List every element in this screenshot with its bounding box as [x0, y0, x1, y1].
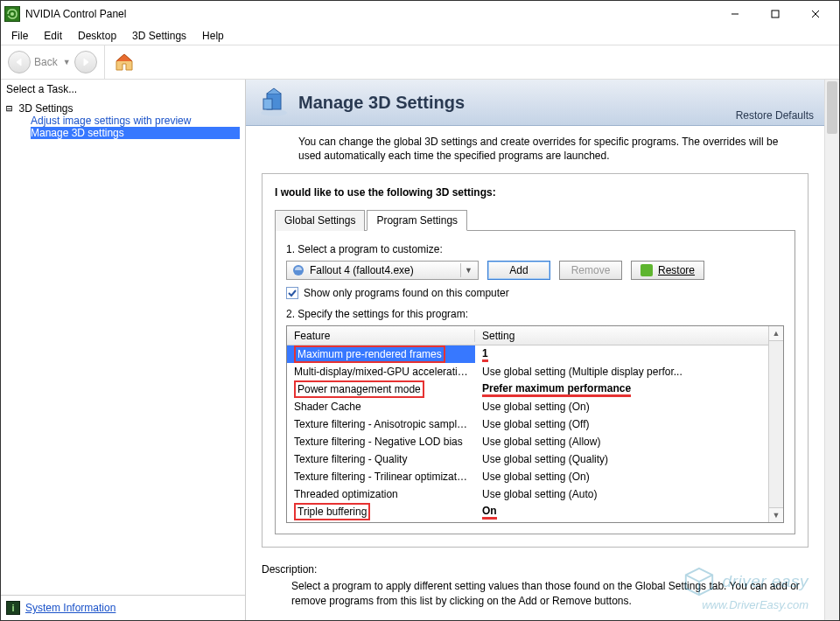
- main-panel: Manage 3D Settings Restore Defaults You …: [246, 80, 839, 620]
- group-title: I would like to use the following 3D set…: [275, 186, 795, 199]
- maximize-button[interactable]: [755, 1, 795, 27]
- settings-group: I would like to use the following 3D set…: [262, 173, 808, 548]
- cell-feature: Texture filtering - Negative LOD bias: [287, 436, 475, 448]
- cell-setting[interactable]: Use global setting (Allow): [475, 436, 768, 448]
- body: Select a Task... ⊟ 3D Settings Adjust im…: [1, 80, 839, 620]
- tree-item-manage-3d[interactable]: Manage 3D settings: [31, 127, 240, 139]
- tab-global-settings[interactable]: Global Settings: [275, 210, 365, 231]
- task-tree: ⊟ 3D Settings Adjust image settings with…: [1, 99, 245, 595]
- remove-button[interactable]: Remove: [559, 261, 622, 280]
- page-header: Manage 3D Settings Restore Defaults: [246, 80, 824, 126]
- cell-setting[interactable]: Use global setting (Quality): [475, 453, 768, 465]
- menu-3d-settings[interactable]: 3D Settings: [125, 28, 193, 44]
- step1-label: 1. Select a program to customize:: [286, 243, 784, 255]
- info-icon: i: [6, 601, 20, 615]
- cell-setting[interactable]: Prefer maximum performance: [475, 382, 768, 397]
- program-icon: [292, 264, 304, 276]
- col-setting[interactable]: Setting: [475, 330, 768, 342]
- cell-feature: Shader Cache: [287, 401, 475, 413]
- description-title: Description:: [262, 563, 808, 576]
- chevron-down-icon[interactable]: ▼: [460, 263, 476, 277]
- table-row[interactable]: Texture filtering - Anisotropic sample o…: [287, 415, 768, 433]
- cell-setting[interactable]: 1: [475, 347, 768, 362]
- main-content: Manage 3D Settings Restore Defaults You …: [246, 80, 824, 620]
- menu-file[interactable]: File: [4, 28, 35, 44]
- scroll-down-icon[interactable]: ▼: [769, 507, 783, 522]
- show-only-checkbox[interactable]: [286, 287, 298, 299]
- program-selected-label: Fallout 4 (fallout4.exe): [310, 264, 414, 276]
- sidebar: Select a Task... ⊟ 3D Settings Adjust im…: [1, 80, 246, 620]
- cell-setting[interactable]: Use global setting (Multiple display per…: [475, 366, 768, 378]
- cell-setting[interactable]: Use global setting (Auto): [475, 488, 768, 500]
- cell-setting[interactable]: Use global setting (Off): [475, 418, 768, 430]
- tab-body: 1. Select a program to customize: Fallou…: [275, 231, 795, 534]
- table-row[interactable]: Multi-display/mixed-GPU accelerationUse …: [287, 363, 768, 380]
- sysinfo-label[interactable]: System Information: [25, 602, 116, 614]
- tree-root-3d-settings[interactable]: ⊟ 3D Settings: [6, 102, 240, 115]
- titlebar: NVIDIA Control Panel: [1, 1, 839, 27]
- page-intro: You can change the global 3D settings an…: [246, 126, 824, 173]
- cell-feature: Texture filtering - Quality: [287, 453, 475, 465]
- table-row[interactable]: Triple bufferingOn: [287, 503, 768, 520]
- restore-defaults-link[interactable]: Restore Defaults: [736, 109, 814, 122]
- add-button[interactable]: Add: [487, 261, 550, 280]
- system-information-link[interactable]: i System Information: [1, 595, 245, 620]
- menu-desktop[interactable]: Desktop: [71, 28, 123, 44]
- close-button[interactable]: [795, 1, 836, 27]
- table-row[interactable]: Texture filtering - QualityUse global se…: [287, 450, 768, 468]
- scroll-up-icon[interactable]: ▲: [769, 326, 783, 341]
- chevron-down-icon[interactable]: ▼: [63, 58, 71, 66]
- svg-rect-7: [263, 99, 272, 109]
- window-root: NVIDIA Control Panel File Edit Desktop 3…: [0, 0, 840, 621]
- step2-label: 2. Specify the settings for this program…: [286, 308, 784, 320]
- scrollbar-thumb[interactable]: [827, 81, 837, 134]
- cell-feature: Multi-display/mixed-GPU acceleration: [287, 366, 475, 378]
- table-body: Maximum pre-rendered frames1Multi-displa…: [287, 345, 768, 520]
- window-controls: [715, 1, 836, 27]
- restore-button-label: Restore: [658, 264, 695, 276]
- svg-point-0: [10, 12, 14, 16]
- program-select[interactable]: Fallout 4 (fallout4.exe) ▼: [286, 261, 479, 280]
- cell-setting[interactable]: Use global setting (On): [475, 471, 768, 483]
- app-icon: [4, 6, 20, 22]
- cell-setting[interactable]: Use global setting (On): [475, 401, 768, 413]
- cell-feature: Maximum pre-rendered frames: [287, 345, 475, 363]
- tree-collapse-icon[interactable]: ⊟: [6, 102, 18, 115]
- cell-feature: Threaded optimization: [287, 488, 475, 500]
- description-section: Description: Select a program to apply d…: [246, 556, 824, 614]
- table-row[interactable]: Texture filtering - Negative LOD biasUse…: [287, 433, 768, 450]
- table-row[interactable]: Texture filtering - Trilinear optimizati…: [287, 468, 768, 485]
- col-feature[interactable]: Feature: [287, 330, 475, 342]
- cell-setting[interactable]: On: [475, 505, 768, 520]
- cell-feature: Texture filtering - Anisotropic sample o…: [287, 418, 475, 430]
- table-header: Feature Setting: [287, 326, 768, 345]
- minimize-button[interactable]: [715, 1, 755, 27]
- tree-item-adjust-image[interactable]: Adjust image settings with preview: [31, 115, 240, 127]
- page-title: Manage 3D Settings: [298, 93, 465, 113]
- main-scrollbar[interactable]: [824, 80, 839, 620]
- toolbar: Back ▼: [1, 45, 839, 80]
- home-button[interactable]: [112, 50, 136, 74]
- tabs: Global Settings Program Settings: [275, 209, 795, 231]
- table-row[interactable]: Maximum pre-rendered frames1: [287, 345, 768, 363]
- nav-forward-button[interactable]: [74, 51, 97, 73]
- cell-feature: Texture filtering - Trilinear optimizati…: [287, 471, 475, 483]
- show-only-checkbox-row: Show only programs found on this compute…: [286, 287, 784, 299]
- show-only-label: Show only programs found on this compute…: [304, 287, 509, 299]
- svg-rect-2: [772, 10, 779, 17]
- table-scrollbar[interactable]: ▲ ▼: [768, 326, 783, 522]
- restore-button[interactable]: Restore: [631, 261, 704, 280]
- nav-back-button[interactable]: [8, 51, 31, 73]
- table-row[interactable]: Threaded optimizationUse global setting …: [287, 485, 768, 503]
- menu-help[interactable]: Help: [195, 28, 231, 44]
- menu-edit[interactable]: Edit: [37, 28, 69, 44]
- cell-feature: Power management mode: [287, 380, 475, 398]
- svg-point-5: [261, 109, 287, 116]
- table-row[interactable]: Shader CacheUse global setting (On): [287, 398, 768, 415]
- table-row[interactable]: Power management modePrefer maximum perf…: [287, 380, 768, 398]
- cell-feature: Triple buffering: [287, 503, 475, 520]
- description-body: Select a program to apply different sett…: [262, 579, 808, 607]
- menubar: File Edit Desktop 3D Settings Help: [1, 27, 839, 45]
- page-header-icon: [258, 87, 290, 118]
- tab-program-settings[interactable]: Program Settings: [367, 210, 467, 231]
